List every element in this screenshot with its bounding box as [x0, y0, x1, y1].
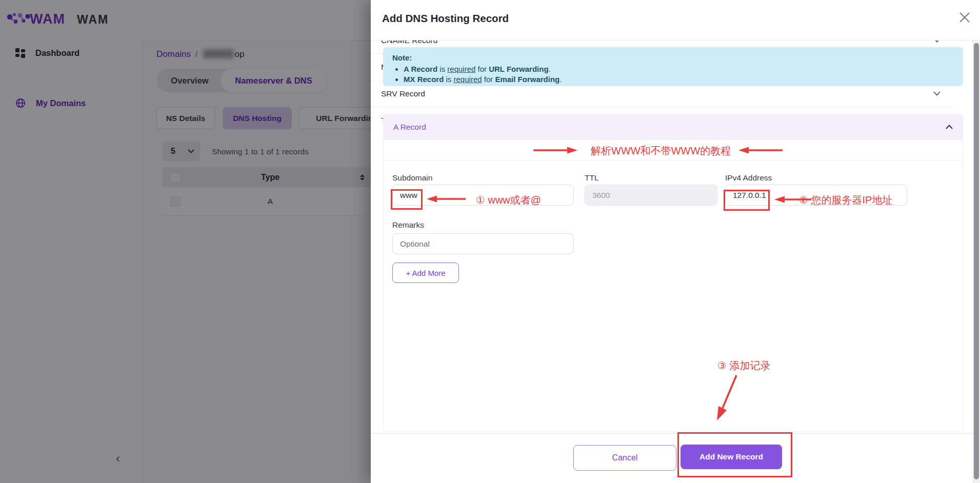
- add-dns-record-modal: Add DNS Hosting Record Note: A Record is…: [371, 0, 980, 483]
- annotation-arrow-left-icon: [426, 195, 467, 203]
- note-item: A Record is required for URL Forwarding.: [404, 64, 954, 74]
- remarks-input[interactable]: [392, 233, 574, 254]
- accordion-title: A Record: [393, 123, 426, 132]
- annotation-box-subdomain: [391, 189, 423, 210]
- accordion-header-a-record[interactable]: A Record: [383, 114, 963, 140]
- accordion-group: [383, 114, 963, 432]
- modal-title: Add DNS Hosting Record: [382, 12, 509, 25]
- annotation-step2-text: ② 您的服务器IP地址: [799, 193, 892, 207]
- add-more-button[interactable]: + Add More: [392, 263, 459, 283]
- note-box: Note: A Record is required for URL Forwa…: [383, 47, 963, 86]
- close-icon[interactable]: [958, 11, 972, 25]
- note-label: Note:: [392, 53, 954, 63]
- subdomain-label: Subdomain: [392, 173, 432, 183]
- annotation-box-submit: [677, 432, 792, 477]
- modal-scrollbar-thumb[interactable]: [974, 43, 979, 479]
- annotation-arrow-diagonal-icon: [711, 373, 743, 422]
- ipv4-label: IPv4 Address: [725, 173, 772, 183]
- annotation-step3-text: ③ 添加记录: [717, 359, 771, 373]
- cancel-button[interactable]: Cancel: [573, 445, 676, 471]
- annotation-tutorial-text: 解析WWW和不带WWW的教程: [591, 144, 731, 158]
- section-divider: [384, 160, 963, 160]
- annotation-step1-text: ① www或者@: [476, 193, 541, 207]
- chevron-down-icon: [933, 91, 941, 96]
- annotation-arrow-right-icon: [532, 146, 578, 154]
- remarks-label: Remarks: [392, 220, 424, 230]
- ttl-input[interactable]: [585, 185, 717, 206]
- screen: WAM WAM Dashboard My Domains ‹ Domains /…: [0, 0, 980, 483]
- note-list: A Record is required for URL Forwarding.…: [392, 64, 954, 85]
- chevron-up-icon: [946, 125, 953, 129]
- annotation-arrow-left-icon: [737, 146, 784, 154]
- ttl-label: TTL: [585, 173, 599, 183]
- annotation-box-ipv4: [724, 190, 770, 211]
- note-item: MX Record is required for Email Forwardi…: [404, 74, 954, 85]
